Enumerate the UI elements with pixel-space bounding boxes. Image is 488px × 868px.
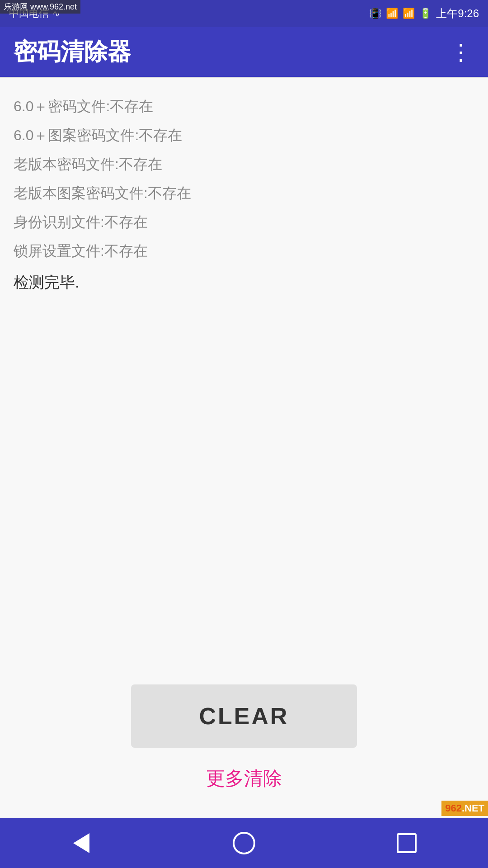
- info-item-line5: 身份识别文件:不存在: [14, 208, 474, 236]
- info-item-line6: 锁屏设置文件:不存在: [14, 236, 474, 265]
- info-item-line2: 6.0＋图案密码文件:不存在: [14, 121, 474, 150]
- vibrate-icon: 📳: [369, 8, 381, 19]
- nav-recents-button[interactable]: [384, 830, 429, 857]
- battery-icon: 🔋: [419, 8, 432, 19]
- nav-home-button[interactable]: [221, 830, 267, 857]
- watermark-bottom-right: 962.NET: [441, 801, 488, 816]
- bottom-section: CLEAR 更多清除: [14, 684, 474, 818]
- clear-button[interactable]: CLEAR: [131, 684, 357, 748]
- nav-recents-icon: [397, 833, 417, 853]
- nav-back-button[interactable]: [59, 830, 104, 857]
- info-item-line1: 6.0＋密码文件:不存在: [14, 92, 474, 121]
- status-bar-right: 📳 📶 📶 🔋 上午9:26: [369, 6, 479, 21]
- info-item-line7: 检测完毕.: [14, 267, 474, 297]
- overflow-menu-button[interactable]: ⋮: [447, 39, 474, 65]
- app-title: 密码清除器: [14, 36, 131, 68]
- wifi-icon: 📶: [386, 8, 398, 19]
- nav-back-icon: [73, 833, 89, 853]
- watermark-top-left: 乐游网 www.962.net: [0, 0, 80, 14]
- info-item-line3: 老版本密码文件:不存在: [14, 150, 474, 179]
- status-time: 上午9:26: [436, 6, 479, 21]
- nav-bar: [0, 818, 488, 868]
- watermark-br-text: 962.NET: [441, 801, 488, 816]
- nav-home-icon: [233, 832, 255, 854]
- info-list: 6.0＋密码文件:不存在 6.0＋图案密码文件:不存在 老版本密码文件:不存在 …: [14, 92, 474, 297]
- info-item-line4: 老版本图案密码文件:不存在: [14, 179, 474, 208]
- signal-icon: 📶: [403, 8, 415, 19]
- app-bar: 密码清除器 ⋮: [0, 27, 488, 77]
- more-clear-link[interactable]: 更多清除: [206, 766, 282, 791]
- main-content: 6.0＋密码文件:不存在 6.0＋图案密码文件:不存在 老版本密码文件:不存在 …: [0, 78, 488, 818]
